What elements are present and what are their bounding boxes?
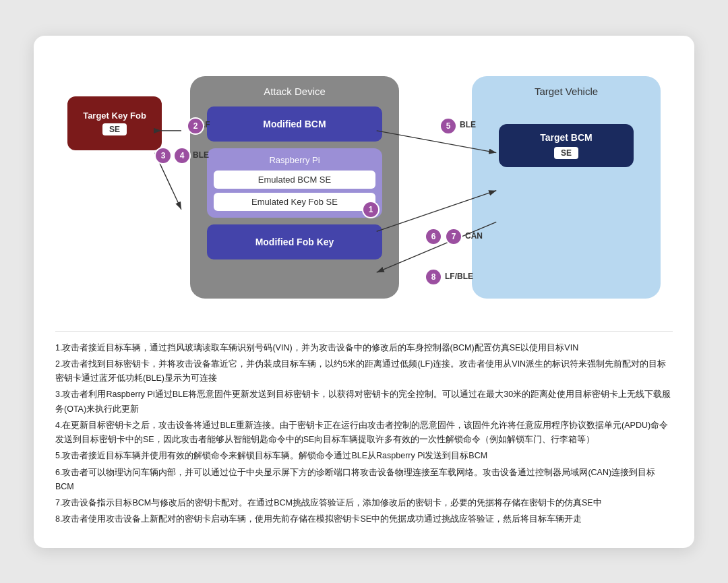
emulated-bcm-se-box: Emulated BCM SE (214, 171, 375, 189)
target-vehicle-label: Target Vehicle (535, 86, 598, 97)
lfble-label: LF/BLE (445, 272, 473, 281)
badge-4: 4 (173, 147, 191, 164)
badge-8: 8 (425, 268, 442, 286)
description-line: 4.在更新目标密钥卡之后，攻击设备将通过BLE重新连接。由于密钥卡正在运行由攻击… (55, 419, 673, 448)
description-line: 7.攻击设备指示目标BCM与修改后的密钥卡配对。在通过BCM挑战应答验证后，添加… (55, 496, 673, 510)
target-vehicle-box: Target Vehicle Target BCM SE (472, 76, 661, 299)
diagram-area: Target Key Fob SE Attack Device Modified… (55, 56, 673, 319)
target-key-fob-label: Target Key Fob (83, 111, 146, 121)
raspberry-pi-box: Raspberry Pi Emulated BCM SE Emulated Ke… (207, 148, 382, 218)
emulated-key-fob-se-box: Emulated Key Fob SE (214, 193, 375, 211)
description-area: 1.攻击者接近目标车辆，通过挡风玻璃读取车辆识别号码(VIN)，并为攻击设备中的… (55, 331, 673, 527)
modified-key-fob-box: Modified Fob Key (207, 224, 382, 259)
description-line: 2.攻击者找到目标密钥卡，并将攻击设备靠近它，并伪装成目标车辆，以约5米的距离通… (55, 357, 673, 386)
target-key-fob-se-badge: SE (102, 123, 127, 135)
ble-label-1: BLE (193, 150, 209, 160)
description-line: 6.攻击者可以物理访问车辆内部，并可以通过位于中央显示屏下方的诊断端口将攻击设备… (55, 466, 673, 495)
badge-5: 5 (439, 117, 457, 135)
emulated-bcm-se-label: Emulated BCM SE (258, 175, 331, 185)
attack-device-label: Attack Device (264, 86, 326, 97)
raspberry-pi-label: Raspberry Pi (214, 155, 375, 165)
target-key-fob-box: Target Key Fob SE (67, 96, 162, 150)
main-card: Target Key Fob SE Attack Device Modified… (34, 36, 694, 548)
modified-bcm-label: Modified BCM (263, 119, 326, 129)
target-bcm-label: Target BCM (540, 132, 593, 143)
modified-key-fob-label: Modified Fob Key (255, 237, 334, 247)
can-label: CAN (465, 231, 483, 241)
description-line: 5.攻击者接近目标车辆并使用有效的解锁命令来解锁目标车辆。解锁命令通过BLE从R… (55, 449, 673, 463)
emulated-key-fob-se-label: Emulated Key Fob SE (251, 197, 338, 207)
description-line: 1.攻击者接近目标车辆，通过挡风玻璃读取车辆识别号码(VIN)，并为攻击设备中的… (55, 341, 673, 355)
badge-7: 7 (445, 228, 462, 245)
description-line: 8.攻击者使用攻击设备上新配对的密钥卡启动车辆，使用先前存储在模拟密钥卡SE中的… (55, 512, 673, 526)
attack-device-box: Attack Device Modified BCM Raspberry Pi … (190, 76, 399, 299)
target-bcm-se-badge: SE (554, 147, 578, 159)
modified-bcm-box: Modified BCM (207, 106, 382, 142)
ble-label-2: BLE (460, 120, 476, 129)
badge-1: 1 (362, 201, 380, 218)
description-line: 3.攻击者利用Raspberry Pi通过BLE将恶意固件更新发送到目标密钥卡，… (55, 388, 673, 417)
badge-3: 3 (154, 147, 172, 164)
badge-2: 2 (187, 117, 204, 135)
badge-6: 6 (425, 228, 442, 245)
target-bcm-box: Target BCM SE (499, 124, 634, 167)
